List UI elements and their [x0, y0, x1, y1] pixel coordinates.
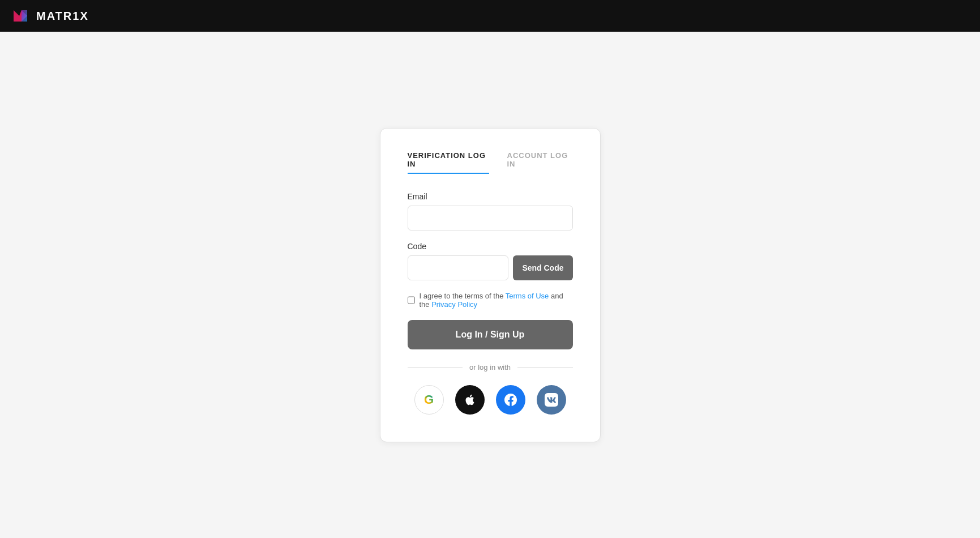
- terms-checkbox-row: I agree to the terms of the Terms of Use…: [408, 292, 573, 309]
- email-label: Email: [408, 192, 573, 201]
- header: MATR1X: [0, 0, 980, 32]
- privacy-link[interactable]: Privacy Policy: [431, 300, 477, 309]
- google-icon: G: [424, 392, 434, 407]
- terms-checkbox[interactable]: [408, 296, 415, 304]
- svg-marker-0: [14, 10, 22, 22]
- facebook-icon: [504, 394, 517, 406]
- divider: or log in with: [408, 363, 573, 372]
- tab-verification-login[interactable]: VERIFICATION LOG IN: [408, 151, 489, 174]
- email-group: Email: [408, 192, 573, 230]
- terms-prefix: I agree to the terms of the: [420, 292, 506, 300]
- terms-link[interactable]: Terms of Use: [506, 292, 549, 300]
- social-buttons: G: [408, 385, 573, 415]
- login-card: VERIFICATION LOG IN ACCOUNT LOG IN Email…: [380, 128, 601, 442]
- facebook-login-button[interactable]: [496, 385, 525, 415]
- code-row: Send Code: [408, 255, 573, 280]
- code-group: Code Send Code: [408, 242, 573, 280]
- tab-account-login[interactable]: ACCOUNT LOG IN: [507, 151, 573, 174]
- logo: MATR1X: [11, 6, 89, 26]
- vk-login-button[interactable]: [537, 385, 566, 415]
- terms-text: I agree to the terms of the Terms of Use…: [420, 292, 573, 309]
- logo-icon: [11, 6, 32, 26]
- divider-line-left: [408, 367, 463, 368]
- logo-text: MATR1X: [36, 10, 89, 23]
- divider-line-right: [517, 367, 573, 368]
- tab-bar: VERIFICATION LOG IN ACCOUNT LOG IN: [408, 151, 573, 174]
- email-input[interactable]: [408, 206, 573, 230]
- apple-icon: [464, 394, 476, 406]
- apple-login-button[interactable]: [455, 385, 485, 415]
- divider-text: or log in with: [469, 363, 511, 372]
- svg-marker-2: [22, 10, 27, 22]
- google-login-button[interactable]: G: [414, 385, 444, 415]
- vk-icon: [545, 393, 558, 407]
- main-content: VERIFICATION LOG IN ACCOUNT LOG IN Email…: [0, 32, 980, 538]
- send-code-button[interactable]: Send Code: [513, 255, 572, 280]
- code-label: Code: [408, 242, 573, 251]
- login-signup-button[interactable]: Log In / Sign Up: [408, 320, 573, 349]
- code-input[interactable]: [408, 255, 509, 280]
